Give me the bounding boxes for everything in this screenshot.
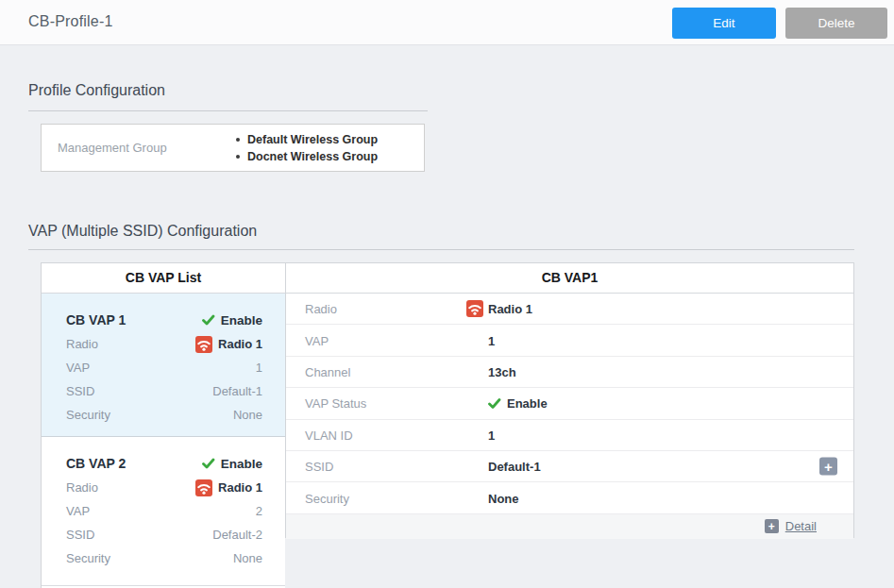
radio-label: Radio: [66, 480, 98, 495]
detail-row-ssid: SSID Default-1 +: [286, 451, 853, 482]
radio-value: Radio 1: [218, 337, 262, 351]
vap-detail-panel: CB VAP1 Radio Radio 1 VAP 1 Channel 13ch…: [285, 262, 854, 538]
check-icon: [202, 458, 215, 469]
vap-label: VAP: [66, 361, 90, 375]
plus-icon: +: [824, 459, 833, 475]
row-value: Default-1: [488, 460, 541, 474]
vap-label: VAP: [66, 504, 90, 518]
profile-page: CB-Profile-1 Edit Delete Profile Configu…: [0, 0, 894, 588]
vap-list-header: CB VAP List: [42, 263, 285, 294]
detail-row-security: Security None: [286, 482, 853, 513]
row-value: 1: [488, 428, 495, 442]
detail-footer: + Detail: [286, 514, 853, 539]
security-value: None: [233, 408, 262, 422]
ssid-add-button[interactable]: +: [819, 458, 837, 476]
management-group-item: Default Wireless Group: [235, 131, 378, 148]
page-title: CB-Profile-1: [28, 13, 113, 30]
row-value: Enable: [507, 396, 548, 411]
vap-card-name: CB VAP 2: [66, 456, 126, 471]
wifi-icon: [195, 479, 212, 496]
ssid-value: Default-1: [212, 384, 262, 398]
radio-value: Radio 1: [218, 480, 262, 495]
ssid-value: Default-2: [212, 528, 262, 542]
security-value: None: [233, 551, 262, 565]
management-group-box: Management Group Default Wireless Group …: [41, 124, 425, 172]
vap-configuration-title: VAP (Multiple SSID) Configuration: [28, 223, 257, 240]
check-icon: [202, 314, 215, 326]
detail-row-radio: Radio Radio 1: [286, 294, 853, 325]
profile-section-divider: [28, 110, 428, 111]
row-label: Channel: [305, 364, 350, 378]
ssid-label: SSID: [66, 384, 94, 398]
management-group-item: Docnet Wireless Group: [235, 148, 378, 165]
vap-list-panel: CB VAP List CB VAP 1 Enable Radio Radio …: [41, 262, 285, 588]
row-label: SSID: [305, 460, 333, 474]
wifi-icon: [466, 300, 483, 317]
plus-icon: +: [768, 520, 775, 533]
vap-card-1[interactable]: CB VAP 1 Enable Radio Radio 1 VAP 1 SSID: [42, 294, 285, 437]
vap-status-text: Enable: [221, 313, 262, 328]
detail-row-vap: VAP 1: [286, 325, 853, 356]
vap-value: 2: [256, 504, 262, 518]
vap-detail-header: CB VAP1: [286, 263, 853, 294]
row-value: 1: [488, 333, 495, 347]
row-label: VAP: [305, 333, 329, 347]
row-label: Radio: [305, 302, 337, 316]
detail-add-button[interactable]: +: [765, 519, 779, 533]
delete-button[interactable]: Delete: [785, 8, 887, 39]
wifi-icon: [195, 336, 212, 353]
management-group-label: Management Group: [58, 141, 167, 155]
row-value: Radio 1: [488, 302, 532, 316]
row-value: 13ch: [488, 364, 516, 378]
vap-value: 1: [256, 361, 262, 375]
row-label: Security: [305, 491, 349, 505]
vap-section-divider: [28, 249, 854, 250]
row-label: VAP Status: [305, 396, 366, 411]
ssid-label: SSID: [66, 528, 94, 542]
top-header-bar: CB-Profile-1 Edit Delete: [0, 0, 894, 45]
detail-row-vap-status: VAP Status Enable: [286, 388, 853, 419]
vap-card-2[interactable]: CB VAP 2 Enable Radio Radio 1 VAP 2 SSID: [42, 437, 285, 586]
detail-row-channel: Channel 13ch: [286, 357, 853, 388]
security-label: Security: [66, 551, 110, 565]
profile-configuration-title: Profile Configuration: [28, 82, 165, 99]
security-label: Security: [66, 408, 110, 422]
radio-label: Radio: [66, 337, 98, 351]
management-group-list: Default Wireless Group Docnet Wireless G…: [235, 131, 378, 165]
detail-link[interactable]: Detail: [785, 519, 817, 533]
row-value: None: [488, 491, 519, 505]
edit-button[interactable]: Edit: [672, 8, 776, 39]
vap-status-text: Enable: [221, 457, 262, 471]
detail-row-vlan-id: VLAN ID 1: [286, 420, 853, 451]
check-icon: [488, 397, 501, 409]
row-label: VLAN ID: [305, 428, 353, 442]
vap-card-name: CB VAP 1: [66, 312, 126, 328]
